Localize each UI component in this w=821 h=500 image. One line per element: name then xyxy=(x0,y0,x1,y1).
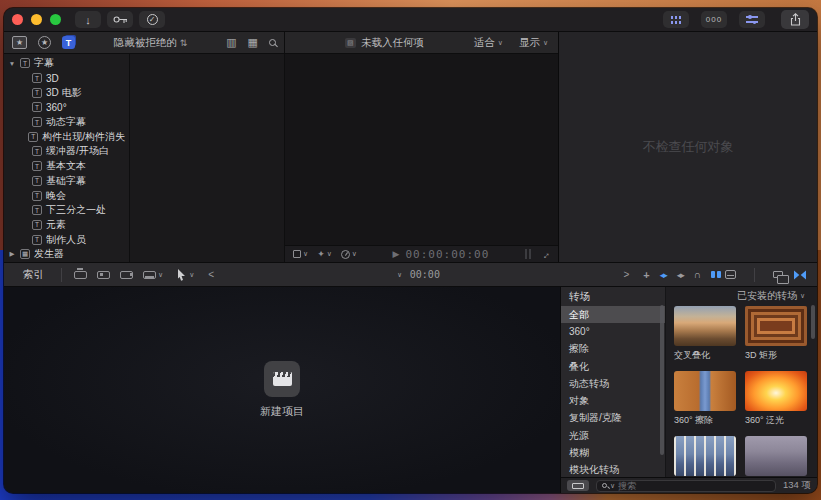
transitions-browser-button[interactable] xyxy=(793,270,807,280)
scrollbar-thumb[interactable] xyxy=(811,305,815,339)
snapping-icon[interactable] xyxy=(711,271,715,278)
transition-item[interactable]: 360° 擦除 xyxy=(674,371,736,427)
category-label: 复制器/克隆 xyxy=(569,411,622,425)
transition-category-item[interactable]: 动态转场 xyxy=(561,375,665,392)
sidebar-item[interactable]: T 3D xyxy=(4,71,129,86)
solo-icon[interactable]: ∩ xyxy=(694,269,701,280)
overwrite-edit-icon xyxy=(143,271,156,279)
enhancements-dropdown[interactable]: ✦∨ xyxy=(317,249,332,259)
item-type-icon: T xyxy=(32,146,42,156)
clip-filter-dropdown[interactable]: 隐藏被拒绝的 ⇅ xyxy=(114,36,188,50)
overwrite-edit-dropdown[interactable]: ∨ xyxy=(143,271,163,279)
chevron-down-icon: ∨ xyxy=(800,292,805,300)
share-button[interactable] xyxy=(781,10,809,29)
scrollbar-thumb[interactable] xyxy=(660,305,664,455)
timeline-duration: 00:00 xyxy=(410,269,440,280)
keywords-button[interactable] xyxy=(107,11,133,28)
transitions-search-field[interactable]: ∨ xyxy=(596,480,776,492)
media-placeholder-icon: ▨ xyxy=(345,38,356,48)
photos-audio-sidebar-icon[interactable]: ★ xyxy=(38,36,51,49)
transition-thumbnail xyxy=(674,436,736,476)
browser-pane[interactable] xyxy=(130,54,285,262)
sidebar-item[interactable]: T 构件出现/构件消失 xyxy=(4,129,129,144)
sidebar-item[interactable]: T 元素 xyxy=(4,218,129,233)
search-icon[interactable] xyxy=(269,39,276,46)
libraries-sidebar-icon[interactable]: ★ xyxy=(12,36,27,49)
effects-browser-button[interactable] xyxy=(773,271,783,278)
transition-category-item[interactable]: 复制器/克隆 xyxy=(561,410,665,427)
sidebar-item[interactable]: T 制作人员 xyxy=(4,232,129,247)
search-input[interactable] xyxy=(618,481,770,491)
retime-dropdown[interactable]: ∨ xyxy=(341,250,357,259)
category-label: 全部 xyxy=(569,308,589,322)
insert-edit-icon[interactable] xyxy=(97,271,110,279)
tool-dropdown[interactable]: ∨ xyxy=(177,269,194,281)
timeline-history-chevron-icon[interactable]: ∨ xyxy=(398,271,402,279)
transition-category-item[interactable]: 360° xyxy=(561,323,665,340)
audio-skimming-icon[interactable]: ◂▸ xyxy=(677,270,684,280)
append-edit-icon[interactable] xyxy=(120,271,133,279)
trim-icon[interactable]: + xyxy=(643,269,649,281)
transition-category-item[interactable]: 擦除 xyxy=(561,341,665,358)
background-tasks-button[interactable]: ✓ xyxy=(139,11,165,28)
new-project-button[interactable]: 新建项目 xyxy=(260,361,304,419)
clapperboard-icon xyxy=(273,372,292,386)
inspector-toggle-button[interactable] xyxy=(739,11,765,28)
connect-edit-icon[interactable] xyxy=(74,271,87,279)
zoom-fit-dropdown[interactable]: 适合 ∨ xyxy=(474,36,503,50)
sidebar-item[interactable]: T 晚会 xyxy=(4,188,129,203)
sidebar-item[interactable]: ▼ T 字幕 xyxy=(4,56,129,71)
previous-item-button[interactable]: < xyxy=(208,269,214,280)
item-type-icon: T xyxy=(32,88,42,98)
filmstrip-view-icon[interactable]: ▥ xyxy=(226,36,236,49)
transition-category-item[interactable]: 全部 xyxy=(561,306,665,323)
titlebar[interactable]: ↓ ✓ 000 xyxy=(4,8,817,32)
play-button[interactable]: ▶ xyxy=(393,249,400,259)
sidebar-item[interactable]: T 下三分之一处 xyxy=(4,203,129,218)
sidebar-toggle-button[interactable] xyxy=(567,480,589,491)
transition-item[interactable]: 交叉叠化 xyxy=(674,306,736,362)
sidebar-item[interactable]: T 基本文本 xyxy=(4,159,129,174)
viewer-canvas[interactable] xyxy=(285,54,558,245)
transition-category-item[interactable]: 模糊 xyxy=(561,444,665,461)
minimize-window-button[interactable] xyxy=(31,14,42,25)
disclosure-triangle-icon[interactable]: ▼ xyxy=(8,60,16,67)
installed-transitions-dropdown[interactable]: 已安装的转场 ∨ xyxy=(666,287,817,303)
view-options-dropdown[interactable]: 显示 ∨ xyxy=(519,36,548,50)
transition-item[interactable]: 360° 分割 xyxy=(674,436,736,477)
transition-item[interactable]: 360° 泛光 xyxy=(745,371,807,427)
import-media-button[interactable]: ↓ xyxy=(75,11,101,28)
transition-item[interactable]: 360° 高斯模糊 xyxy=(745,436,807,477)
transition-category-item[interactable]: 叠化 xyxy=(561,358,665,375)
transition-category-item[interactable]: 对象 xyxy=(561,392,665,409)
index-button[interactable]: 索引 xyxy=(14,267,53,283)
timecode-display: 00:00:00:00 xyxy=(405,248,489,261)
item-type-icon: T xyxy=(32,161,42,171)
transition-category-item[interactable]: 光源 xyxy=(561,427,665,444)
sidebar-item[interactable]: ▶ ▦ 发生器 xyxy=(4,247,129,262)
sidebar-item[interactable]: T 基础字幕 xyxy=(4,174,129,189)
clip-appearance-icon[interactable]: ▦ xyxy=(248,36,258,49)
sidebar-item[interactable]: T 动态字幕 xyxy=(4,115,129,130)
zoom-window-button[interactable] xyxy=(50,14,61,25)
skimming-icon[interactable]: ◂▸ xyxy=(660,270,667,280)
titles-generators-sidebar-icon[interactable]: T xyxy=(62,36,75,49)
audio-meters-icon[interactable] xyxy=(525,249,531,259)
disclosure-triangle-icon[interactable]: ▶ xyxy=(8,250,16,258)
sidebar-item[interactable]: T 缓冲器/开场白 xyxy=(4,144,129,159)
sidebar-item-label: 制作人员 xyxy=(46,233,86,247)
fullscreen-icon[interactable]: ↔ xyxy=(538,247,553,262)
close-window-button[interactable] xyxy=(12,14,23,25)
sidebar-item[interactable]: T 360° xyxy=(4,100,129,115)
transition-category-item[interactable]: 模块化转场 xyxy=(561,462,665,477)
timeline-toggle-button[interactable]: 000 xyxy=(701,11,727,28)
transition-thumbnail xyxy=(674,306,736,346)
download-icon: ↓ xyxy=(85,14,91,26)
clip-appearance-button[interactable] xyxy=(725,270,736,279)
transition-item[interactable]: 3D 矩形 xyxy=(745,306,807,362)
category-label: 360° xyxy=(569,326,590,337)
crop-tool-dropdown[interactable]: ∨ xyxy=(293,250,308,258)
browser-toggle-button[interactable] xyxy=(663,11,689,28)
sidebar-item[interactable]: T 3D 电影 xyxy=(4,85,129,100)
next-item-button[interactable]: > xyxy=(623,269,629,280)
